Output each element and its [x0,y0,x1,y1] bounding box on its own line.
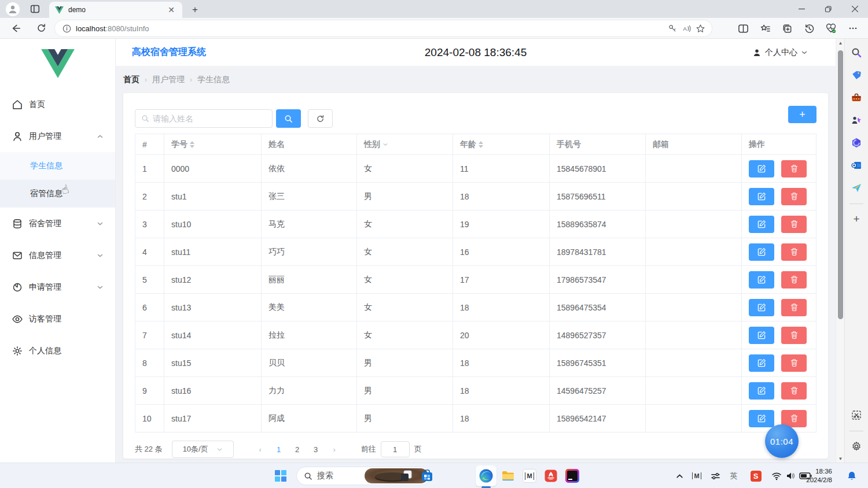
close-button[interactable] [841,0,868,18]
more-menu-icon[interactable] [845,20,861,36]
tray-expand-icon[interactable] [671,468,687,484]
workspaces-icon[interactable] [30,4,40,14]
shopping-icon[interactable] [848,67,865,83]
col-gender[interactable]: 性别 [357,134,453,155]
new-tab-button[interactable]: + [188,3,202,17]
sidebar-item-dorm-manager-info[interactable]: 宿管信息 [0,180,115,208]
delete-button[interactable] [781,271,807,289]
address-bar[interactable]: localhost:8080/stuInfo A [55,20,712,36]
filter-arrow-icon[interactable] [382,142,388,147]
sort-icon[interactable] [479,141,483,148]
volume-icon[interactable] [782,468,799,484]
scroll-up-arrow[interactable]: ▲ [836,39,845,47]
edit-button[interactable] [749,410,774,427]
browser-tab[interactable]: demo ✕ [49,2,182,18]
favorite-star-icon[interactable] [693,21,707,35]
scroll-down-arrow[interactable]: ▼ [836,454,845,463]
site-info-icon[interactable] [60,21,73,35]
microsoft-365-icon[interactable] [848,135,865,151]
sidebar-item-info-management[interactable]: 信息管理 [0,239,115,271]
huawei-app-icon[interactable] [543,468,559,484]
marktext-app-icon[interactable]: M [521,468,538,484]
tab-close-icon[interactable]: ✕ [166,5,176,15]
col-student-id[interactable]: 学号 [164,134,262,155]
split-screen-icon[interactable] [735,20,751,36]
password-key-icon[interactable] [665,21,679,35]
delete-button[interactable] [781,327,807,344]
next-page-button[interactable]: › [326,441,343,457]
scrollbar-thumb[interactable] [838,50,843,319]
intellij-idea-icon[interactable] [564,468,580,484]
minimize-button[interactable] [788,0,815,18]
page-number-2[interactable]: 2 [289,441,306,457]
edit-button[interactable] [749,327,774,344]
read-aloud-icon[interactable]: A [679,21,693,35]
sidebar-item-dorm-management[interactable]: 宿舍管理 [0,208,115,239]
sidebar-item-application-management[interactable]: 申请管理 [0,271,115,303]
task-view-button[interactable] [398,468,414,484]
tray-marktext-icon[interactable]: M [689,468,705,484]
reset-button[interactable] [308,109,333,128]
breadcrumb-user-management[interactable]: 用户管理 [152,75,185,85]
tools-icon[interactable] [848,90,865,106]
tray-mixer-icon[interactable] [707,468,723,484]
delete-button[interactable] [781,160,807,178]
start-button[interactable] [273,468,289,484]
sidebar-item-home[interactable]: 首页 [0,88,115,120]
add-sidebar-item-button[interactable]: + [848,211,865,227]
delete-button[interactable] [781,243,807,261]
tray-clock[interactable]: 18:36 2024/2/8 [806,467,832,485]
edit-button[interactable] [749,382,774,400]
delete-button[interactable] [781,382,807,400]
edit-button[interactable] [749,354,774,372]
drop-icon[interactable] [848,180,865,196]
sidebar-item-user-management[interactable]: 用户管理 [0,120,115,152]
favorites-hub-icon[interactable] [757,20,773,36]
delete-button[interactable] [781,299,807,316]
edit-button[interactable] [749,188,774,205]
edit-button[interactable] [749,160,774,178]
name-search-field[interactable] [135,109,273,128]
recording-timer-overlay[interactable]: 01:04 [765,424,799,458]
sidebar-search-icon[interactable] [848,45,865,61]
browser-profile-avatar[interactable] [6,2,20,16]
edit-button[interactable] [749,216,774,233]
edit-button[interactable] [749,299,774,316]
goto-page-input[interactable] [381,441,410,457]
add-student-button[interactable]: + [788,106,816,123]
ime-indicator[interactable]: 英 [726,468,742,484]
user-center-dropdown[interactable]: 个人中心 [752,47,808,58]
sidebar-item-personal-info[interactable]: 个人信息 [0,335,115,367]
page-size-select[interactable]: 10条/页 [172,441,234,458]
search-button[interactable] [276,109,301,128]
page-number-3[interactable]: 3 [308,441,324,457]
games-icon[interactable] [848,112,865,128]
sogou-input-icon[interactable]: S [748,468,764,484]
sidebar-settings-gear-icon[interactable] [848,438,865,454]
edit-button[interactable] [749,271,774,289]
breadcrumb-home[interactable]: 首页 [123,75,139,85]
refresh-button[interactable] [32,20,50,37]
sidebar-item-student-info[interactable]: 学生信息 [0,152,115,180]
file-explorer-icon[interactable] [500,468,516,484]
collections-icon[interactable] [779,20,795,36]
outlook-icon[interactable] [848,157,865,173]
edit-button[interactable] [749,243,774,261]
notification-bell-icon[interactable] [844,468,860,484]
history-icon[interactable] [801,20,817,36]
name-search-input[interactable] [153,114,266,123]
sidebar-item-visitor-management[interactable]: 访客管理 [0,303,115,335]
microsoft-store-icon[interactable] [419,468,435,484]
delete-button[interactable] [781,216,807,233]
restore-button[interactable] [815,0,841,18]
page-scrollbar[interactable]: ▲ ▼ [836,39,844,463]
col-age[interactable]: 年龄 [453,134,550,155]
screenshot-icon[interactable] [848,407,865,423]
page-number-1[interactable]: 1 [271,441,287,457]
sort-icon[interactable] [190,141,194,148]
delete-button[interactable] [781,354,807,372]
browser-essentials-icon[interactable] [823,20,839,36]
prev-page-button[interactable]: ‹ [252,441,269,457]
edge-browser-icon[interactable] [478,468,494,484]
back-button[interactable] [7,20,24,37]
